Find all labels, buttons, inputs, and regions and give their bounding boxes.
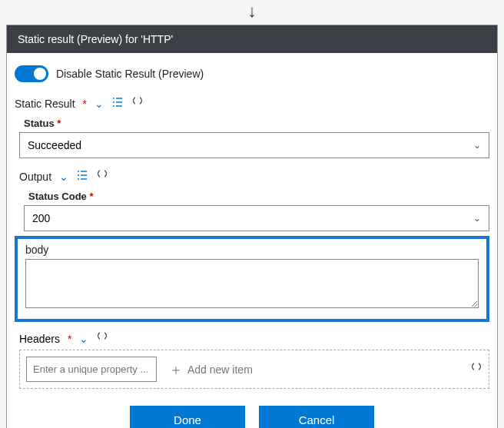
status-code-value: 200 xyxy=(32,212,50,224)
required-mark: * xyxy=(89,191,93,202)
plus-icon: ＋ xyxy=(169,360,183,379)
panel-body: Disable Static Result (Preview) Static R… xyxy=(7,53,497,428)
chevron-down-icon[interactable]: ⌄ xyxy=(94,98,104,110)
body-textarea[interactable] xyxy=(25,259,479,308)
output-label-text: Output xyxy=(19,171,51,183)
required-mark: * xyxy=(83,98,87,110)
done-button[interactable]: Done xyxy=(130,406,245,428)
cancel-button[interactable]: Cancel xyxy=(259,406,374,428)
list-view-icon[interactable] xyxy=(111,96,124,111)
headers-box: ＋ Add new item xyxy=(19,350,489,389)
add-item-label: Add new item xyxy=(187,363,253,376)
json-view-icon[interactable] xyxy=(96,169,108,184)
chevron-down-icon: ⌄ xyxy=(473,213,481,224)
chevron-down-icon[interactable]: ⌄ xyxy=(59,171,68,183)
output-section-label: Output ⌄ xyxy=(15,164,489,187)
disable-static-result-row: Disable Static Result (Preview) xyxy=(15,61,489,91)
status-value: Succeeded xyxy=(28,139,81,151)
status-code-label: Status Code * xyxy=(24,187,489,205)
headers-section-label: Headers * ⌄ xyxy=(15,327,489,350)
headers-label-text: Headers xyxy=(19,333,60,345)
body-field-highlight: body xyxy=(15,236,489,322)
disable-static-result-toggle[interactable] xyxy=(15,65,48,82)
json-view-icon[interactable] xyxy=(470,362,482,377)
status-label-text: Status xyxy=(24,118,55,129)
panel-title: Static result (Preview) for 'HTTP' xyxy=(7,25,497,53)
static-result-panel: Static result (Preview) for 'HTTP' Disab… xyxy=(6,25,498,428)
status-label: Status * xyxy=(19,114,489,132)
add-header-item-button[interactable]: ＋ Add new item xyxy=(164,360,257,379)
status-code-select[interactable]: 200 ⌄ xyxy=(24,205,489,231)
required-mark: * xyxy=(57,118,61,129)
status-field: Status * Succeeded ⌄ xyxy=(15,114,489,158)
list-view-icon[interactable] xyxy=(76,169,88,184)
json-view-icon[interactable] xyxy=(131,96,144,111)
status-code-field: Status Code * 200 ⌄ xyxy=(15,187,489,231)
header-property-input[interactable] xyxy=(26,357,157,382)
disable-static-result-label: Disable Static Result (Preview) xyxy=(56,68,204,80)
chevron-down-icon[interactable]: ⌄ xyxy=(79,333,88,345)
status-select[interactable]: Succeeded ⌄ xyxy=(19,132,489,158)
chevron-down-icon: ⌄ xyxy=(473,140,481,151)
status-code-label-text: Status Code xyxy=(28,191,87,202)
button-row: Done Cancel xyxy=(15,389,489,428)
static-result-label-text: Static Result xyxy=(15,98,75,110)
required-mark: * xyxy=(68,333,71,345)
flow-arrow-down: ↓ xyxy=(0,0,504,25)
body-label: body xyxy=(25,244,479,259)
json-view-icon[interactable] xyxy=(96,331,108,347)
static-result-section-label: Static Result * ⌄ xyxy=(15,91,489,114)
